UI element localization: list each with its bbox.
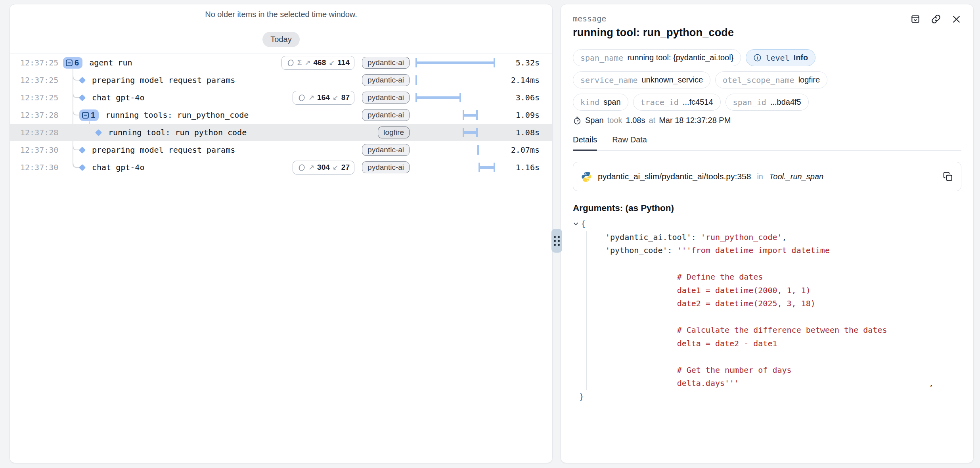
attribute-pill-otel_scope_name[interactable]: otel_scope_namelogfire [715, 71, 827, 88]
pill-label: span_id [733, 98, 766, 107]
output-tokens-arrow-icon: ↙ [329, 58, 335, 67]
pill-label: service_name [580, 75, 638, 85]
pill-row: kindspantrace_id...fc4514span_id...bda4f… [573, 94, 961, 111]
scope-tag-column: pydantic-ai [360, 144, 410, 156]
scope-tag[interactable]: pydantic-ai [362, 144, 410, 156]
child-count: 1 [91, 111, 95, 120]
duration-bar-track [415, 159, 495, 176]
span-diamond-icon [79, 94, 86, 101]
span-name: preparing model request params [92, 145, 235, 155]
output-tokens-arrow-icon: ↙ [333, 93, 339, 102]
trace-row[interactable]: 12:37:30preparing model request paramspy… [10, 141, 552, 159]
argument-value: '''from datetime import datetime # Defin… [677, 244, 887, 390]
scope-tag-column: pydantic-ai [360, 74, 410, 86]
sum-symbol: Σ [297, 58, 302, 67]
today-button[interactable]: Today [262, 32, 299, 47]
attribute-pill-service_name[interactable]: service_nameunknown_service [573, 71, 710, 88]
argument-comma: , [782, 231, 787, 244]
pill-value: Info [794, 53, 808, 62]
span-timing-line: Span took 1.08s at Mar 18 12:37:28 PM [573, 116, 961, 125]
scope-tag[interactable]: pydantic-ai [362, 74, 410, 86]
duration-bar [463, 110, 478, 120]
trace-row[interactable]: 12:37:256agent runΣ↗468↙114pydantic-ai5.… [10, 54, 552, 71]
argument-entry: 'pydantic_ai.tool': 'run_python_code', [605, 231, 961, 244]
span-diamond-icon [95, 129, 102, 136]
row-timestamp: 12:37:28 [10, 110, 63, 120]
code-file-path: pydantic_ai_slim/pydantic_ai/tools.py:35… [598, 172, 751, 181]
pill-label: otel_scope_name [723, 75, 794, 85]
row-timestamp: 12:37:28 [10, 128, 63, 137]
scope-tag-column: pydantic-ai [360, 57, 410, 69]
scope-tag[interactable]: pydantic-ai [362, 92, 410, 104]
row-lead: preparing model request params [63, 75, 235, 85]
archive-icon[interactable] [910, 14, 921, 24]
duration-bar [415, 58, 495, 67]
level-pill[interactable]: levelInfo [746, 49, 815, 66]
trace-row[interactable]: 12:37:30chat gpt-4o↗304↙27pydantic-ai1.1… [10, 159, 552, 176]
token-usage-badge: ↗304↙27 [293, 161, 354, 175]
input-tokens-count: 304 [317, 163, 330, 172]
attribute-pill-span_name[interactable]: span_namerunning tool: {pydantic_ai.tool… [573, 49, 741, 66]
copy-icon[interactable] [943, 171, 953, 182]
duration-bar-track [415, 106, 495, 124]
link-icon[interactable] [931, 14, 941, 24]
span-name: chat gpt-4o [92, 163, 144, 172]
tab-raw-data[interactable]: Raw Data [612, 135, 647, 151]
close-icon[interactable] [951, 14, 961, 24]
trace-row[interactable]: 12:37:25preparing model request paramspy… [10, 71, 552, 89]
scope-tag[interactable]: logfire [378, 127, 410, 138]
trace-row[interactable]: 12:37:25chat gpt-4o↗164↙87pydantic-ai3.0… [10, 89, 552, 106]
scope-tag-column: logfire [360, 127, 410, 138]
pill-value: running tool: {pydantic_ai.tool} [627, 53, 733, 62]
timing-timestamp: Mar 18 12:37:28 PM [659, 116, 731, 125]
scope-tag-column: pydantic-ai [360, 92, 410, 104]
duration-bar-track [415, 141, 495, 159]
scope-tag[interactable]: pydantic-ai [362, 161, 410, 173]
pill-label: span_name [580, 53, 623, 63]
row-timestamp: 12:37:25 [10, 93, 63, 102]
tab-details[interactable]: Details [573, 135, 597, 151]
argument-entry: 'python_code': '''from datetime import d… [605, 244, 961, 390]
pill-value: ...bda4f5 [770, 98, 801, 107]
pill-value: span [603, 98, 620, 107]
duration-bar [479, 163, 495, 172]
record-kind-label: message [573, 14, 606, 23]
trace-row[interactable]: 12:37:28running tool: run_python_codelog… [10, 124, 552, 141]
panel-resize-handle[interactable] [551, 229, 562, 253]
duration-bar [463, 128, 478, 137]
duration-bar [415, 93, 461, 102]
detail-tabs: DetailsRaw Data [573, 135, 961, 151]
argument-entries: 'pydantic_ai.tool': 'run_python_code','p… [586, 231, 961, 390]
row-lead: 1running tools: run_python_code [63, 109, 249, 121]
argument-key: 'python_code': [605, 244, 677, 257]
row-timestamp: 12:37:25 [10, 75, 63, 85]
output-tokens-count: 87 [341, 93, 350, 102]
timing-span-word: Span [585, 116, 604, 125]
attribute-pill-span_id[interactable]: span_id...bda4f5 [725, 94, 809, 111]
trace-row[interactable]: 12:37:281running tools: run_python_codep… [10, 106, 552, 124]
span-name: chat gpt-4o [92, 93, 144, 102]
collapse-count-badge[interactable]: 6 [63, 57, 82, 69]
attribute-pill-kind[interactable]: kindspan [573, 94, 628, 111]
timing-at-word: at [649, 116, 655, 125]
span-duration: 3.06s [495, 93, 540, 102]
scope-tag-column: pydantic-ai [360, 109, 410, 121]
minus-square-icon [82, 111, 89, 119]
code-location-box: pydantic_ai_slim/pydantic_ai/tools.py:35… [573, 162, 961, 191]
scope-tag[interactable]: pydantic-ai [362, 109, 410, 121]
collapse-count-badge[interactable]: 1 [79, 109, 99, 121]
token-usage-badge: ↗164↙87 [293, 91, 354, 105]
child-count: 6 [75, 58, 79, 67]
output-tokens-count: 114 [337, 58, 350, 67]
span-name: preparing model request params [92, 75, 235, 85]
span-duration: 2.14ms [495, 75, 540, 85]
info-icon [753, 54, 762, 62]
argument-value: 'run_python_code' [701, 231, 782, 244]
attribute-pill-trace_id[interactable]: trace_id...fc4514 [633, 94, 721, 111]
pill-label: level [766, 53, 789, 63]
duration-bar-track [415, 89, 495, 106]
scope-tag[interactable]: pydantic-ai [362, 57, 410, 69]
collapse-chevron-icon[interactable] [573, 221, 579, 227]
duration-bar [477, 145, 479, 155]
scope-tag-column: pydantic-ai [360, 161, 410, 173]
